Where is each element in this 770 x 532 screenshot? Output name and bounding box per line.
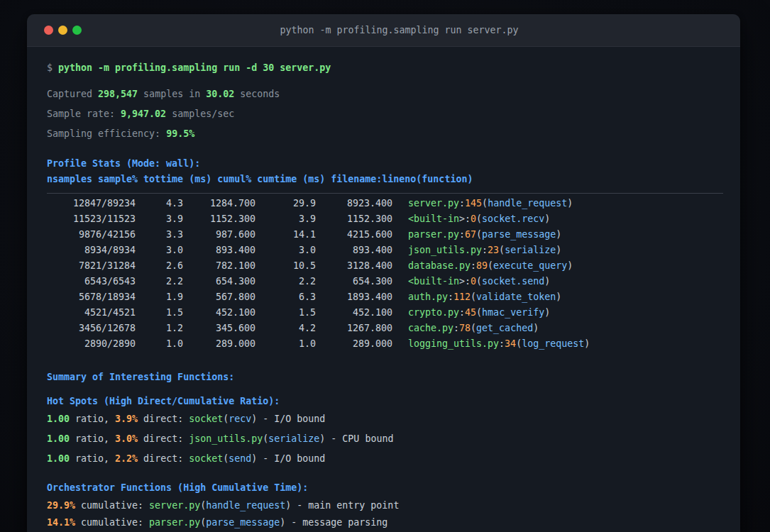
cell-location: <built-in>:0(socket.recv) (392, 211, 720, 227)
orchestrator-line: 29.9% cumulative: server.py(handle_reque… (47, 499, 720, 513)
hotspot-ratio: 1.00 (47, 414, 70, 424)
cell-nsamples: 8934/8934 (47, 243, 136, 258)
cell-sample-pct: 1.5 (136, 305, 183, 321)
cell-sample-pct: 1.2 (136, 321, 183, 336)
paren-close: ) (567, 198, 573, 209)
paren-close: ) (533, 323, 539, 333)
function-name: handle_request (488, 198, 567, 209)
cell-nsamples: 5678/18934 (47, 289, 136, 305)
function-name: parse_message (206, 517, 280, 528)
capture-duration: 30.02 (206, 89, 234, 99)
location-separator: : (471, 260, 476, 271)
cell-cumul-pct: 1.0 (255, 336, 316, 352)
cell-sample-pct: 1.9 (136, 289, 183, 305)
file-name: server.py (408, 198, 459, 209)
function-name: recv (229, 414, 251, 424)
file-name: parser.py (408, 229, 459, 240)
command-line: $ python -m profiling.sampling run -d 30… (47, 61, 720, 75)
line-number: 67 (465, 229, 476, 240)
cell-cumtime: 1893.400 (316, 289, 392, 305)
cell-cumul-pct: 2.2 (255, 274, 316, 289)
location-separator: : (448, 292, 453, 302)
close-button[interactable] (44, 26, 53, 35)
cell-cumtime: 893.400 (316, 243, 392, 258)
hotspot-line: 1.00 ratio, 2.2% direct: socket(send) - … (47, 452, 720, 466)
paren-close: ) (544, 276, 550, 287)
paren-open: ( (476, 307, 482, 318)
function-name: get_cached (476, 323, 533, 333)
hotspot-line: 1.00 ratio, 3.0% direct: json_utils.py(s… (47, 432, 720, 446)
file-name: auth.py (408, 292, 448, 302)
location-separator: : (459, 198, 465, 209)
table-columns-header: nsamples sample% tottime (ms) cumul% cum… (47, 172, 720, 187)
hotspot-ratio-label: ratio, (70, 414, 115, 424)
line-number: 23 (488, 245, 499, 255)
hotspot-direct-label: direct: (138, 433, 189, 444)
function-name: serialize (505, 245, 556, 255)
cell-tottime: 987.600 (183, 227, 255, 243)
table-row: 9876/421563.3987.60014.14215.600parser.p… (47, 227, 720, 243)
hotspot-line: 1.00 ratio, 3.9% direct: socket(recv) - … (47, 412, 720, 426)
file-name: database.py (408, 260, 471, 271)
table-row: 7821/312842.6782.10010.53128.400database… (47, 258, 720, 274)
cell-cumul-pct: 14.1 (255, 227, 316, 243)
sampling-efficiency-line: Sampling efficiency: 99.5% (47, 127, 720, 141)
file-name: socket (189, 414, 223, 424)
file-name: json_utils.py (408, 245, 482, 255)
orchestrators-heading: Orchestrator Functions (High Cumulative … (47, 481, 720, 495)
hotspot-ratio-label: ratio, (70, 453, 115, 464)
cell-location: cache.py:78(get_cached) (392, 321, 720, 336)
table-row: 2890/28901.0289.0001.0289.000logging_uti… (47, 336, 720, 352)
function-name: hmac_verify (482, 307, 544, 318)
orchestrator-label: cumulative: (75, 500, 149, 511)
location-separator: >: (459, 276, 471, 287)
function-name: send (229, 453, 251, 464)
function-name: serialize (268, 433, 319, 444)
table-row: 5678/189341.9567.8006.31893.400auth.py:1… (47, 289, 720, 305)
cell-nsamples: 11523/11523 (47, 211, 136, 227)
titlebar: python -m profiling.sampling run server.… (27, 14, 740, 47)
cell-sample-pct: 3.0 (136, 243, 183, 258)
hotspot-pct: 3.9% (115, 414, 138, 424)
cell-cumtime: 654.300 (316, 274, 392, 289)
file-name: json_utils.py (189, 433, 263, 444)
hotspot-direct-label: direct: (138, 453, 189, 464)
paren-open: ( (200, 500, 206, 511)
cell-cumul-pct: 3.9 (255, 211, 316, 227)
cell-cumtime: 452.100 (316, 305, 392, 321)
capture-label-pre: Captured (47, 89, 98, 99)
location-separator: : (453, 323, 459, 333)
cell-cumtime: 4215.600 (316, 227, 392, 243)
efficiency-label: Sampling efficiency: (47, 128, 166, 139)
cell-cumtime: 1152.300 (316, 211, 392, 227)
cell-cumul-pct: 6.3 (255, 289, 316, 305)
prompt-symbol: $ (47, 62, 58, 73)
function-name: socket.send (482, 276, 544, 287)
cell-location: <built-in>:0(socket.send) (392, 274, 720, 289)
cell-location: crypto.py:45(hmac_verify) (392, 305, 720, 321)
window-controls (44, 26, 97, 35)
file-name: cache.py (408, 323, 453, 333)
paren-open: ( (471, 323, 476, 333)
location-separator: >: (459, 214, 471, 224)
cell-sample-pct: 3.9 (136, 211, 183, 227)
line-number: 0 (471, 276, 476, 287)
orchestrator-label: cumulative: (75, 517, 149, 528)
terminal-window: python -m profiling.sampling run server.… (27, 14, 740, 532)
cell-nsamples: 12847/89234 (47, 196, 136, 211)
paren-close: ) (556, 292, 561, 302)
cell-cumtime: 8923.400 (316, 196, 392, 211)
line-number: 78 (459, 323, 471, 333)
sample-rate-value: 9,947.02 (121, 109, 166, 119)
file-name: parser.py (149, 517, 200, 528)
zoom-button[interactable] (72, 26, 82, 35)
hotspot-note: - I/O bound (257, 453, 325, 464)
cell-cumtime: 3128.400 (316, 258, 392, 274)
terminal-output[interactable]: $ python -m profiling.sampling run -d 30… (27, 47, 740, 530)
table-divider (47, 193, 723, 194)
hotspots-heading: Hot Spots (High Direct/Cumulative Ratio)… (47, 394, 720, 409)
window-title: python -m profiling.sampling run server.… (97, 25, 702, 35)
cell-location: auth.py:112(validate_token) (392, 289, 720, 305)
minimize-button[interactable] (58, 26, 67, 35)
file-name: logging_utils.py (408, 338, 499, 349)
